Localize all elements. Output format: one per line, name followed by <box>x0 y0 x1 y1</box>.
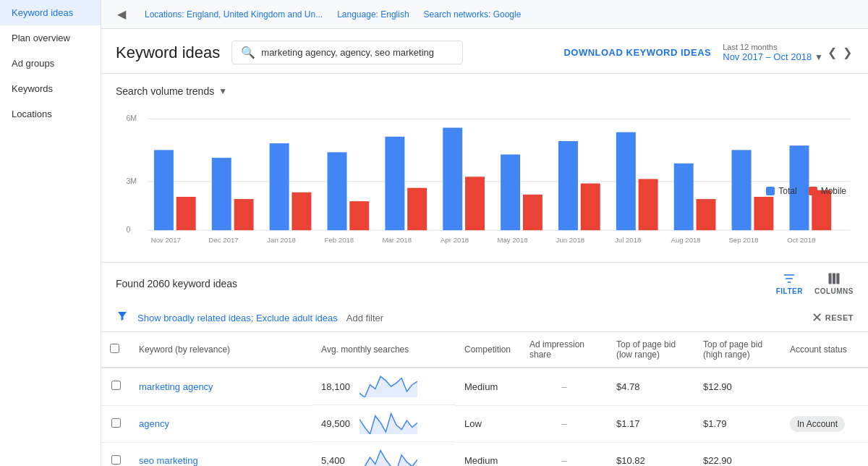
bar-chart: 6M 3M 0 Nov 2017 Dec 2017 <box>116 106 854 250</box>
svg-rect-6 <box>154 150 174 230</box>
bid-high-cell: $22.90 <box>694 442 781 466</box>
competition-cell: Low <box>456 405 521 442</box>
svg-rect-16 <box>349 201 369 230</box>
filter-bar: Show broadly related ideas; Exclude adul… <box>101 304 868 332</box>
select-all-checkbox[interactable] <box>110 344 119 353</box>
svg-text:Jan 2018: Jan 2018 <box>267 236 296 244</box>
main-content: ◀ Locations: England, United Kingdom and… <box>101 0 868 466</box>
status-cell <box>781 442 868 466</box>
ad-impression-cell: – <box>521 405 608 442</box>
sidebar-item-locations[interactable]: Locations <box>0 101 101 127</box>
svg-text:Sep 2018: Sep 2018 <box>728 236 758 244</box>
search-number: 5,400 <box>321 455 354 466</box>
date-range-value: Nov 2017 – Oct 2018 <box>723 51 812 62</box>
content-area: Keyword ideas 🔍 DOWNLOAD KEYWORD IDEAS L… <box>101 29 868 466</box>
status-cell <box>781 368 868 405</box>
bid-low-cell: $1.17 <box>608 405 694 442</box>
filter-icon <box>782 271 796 286</box>
competition-cell: Medium <box>456 442 521 466</box>
locations-info: Locations: England, United Kingdom and U… <box>145 9 323 20</box>
svg-rect-24 <box>501 154 520 230</box>
status-cell: In Account <box>781 405 868 442</box>
date-dropdown-icon[interactable]: ▼ <box>814 52 823 62</box>
bid-low-cell: $4.78 <box>608 368 694 405</box>
columns-icon <box>827 271 841 286</box>
sidebar-item-ad-groups[interactable]: Ad groups <box>0 51 101 76</box>
svg-text:Oct 2018: Oct 2018 <box>787 236 815 244</box>
svg-text:May 2018: May 2018 <box>497 236 527 244</box>
filter-funnel-icon <box>116 310 129 326</box>
bid-high-cell: $12.90 <box>694 368 781 405</box>
filter-text-link[interactable]: Show broadly related ideas; Exclude adul… <box>137 313 338 323</box>
svg-rect-40 <box>812 190 831 230</box>
keyword-cell: agency <box>130 405 312 442</box>
keyword-cell: marketing agency <box>130 368 312 405</box>
legend-total: Total <box>766 186 796 196</box>
found-count-text: Found 2060 keyword ideas <box>116 278 237 289</box>
svg-text:Aug 2018: Aug 2018 <box>671 236 701 244</box>
sidebar-item-keyword-ideas[interactable]: Keyword ideas <box>0 0 101 25</box>
svg-text:Nov 2017: Nov 2017 <box>151 236 181 244</box>
chart-section: Search volume trends ▼ Total Mobile 6M 3… <box>101 74 868 262</box>
svg-text:0: 0 <box>126 225 130 234</box>
table-section: Found 2060 keyword ideas FILTER <box>101 262 868 466</box>
header-ad-impression[interactable]: Ad impression share <box>521 332 608 368</box>
svg-text:Jul 2018: Jul 2018 <box>615 236 641 244</box>
header-monthly-searches[interactable]: Avg. monthly searches <box>312 332 456 368</box>
header-area: Keyword ideas 🔍 DOWNLOAD KEYWORD IDEAS L… <box>101 29 868 74</box>
header-bid-high[interactable]: Top of page bid (high range) <box>694 332 781 368</box>
svg-rect-37 <box>754 197 773 230</box>
chart-title[interactable]: Search volume trends ▼ <box>116 85 854 97</box>
svg-rect-12 <box>270 143 289 230</box>
competition-cell: Medium <box>456 368 521 405</box>
svg-rect-43 <box>833 274 835 284</box>
keyword-table: Keyword (by relevance) Avg. monthly sear… <box>101 332 868 466</box>
table-row: seo marketing5,400Medium–$10.82$22.90 <box>101 442 868 466</box>
add-filter-button[interactable]: Add filter <box>346 313 383 323</box>
svg-text:6M: 6M <box>126 114 137 122</box>
reset-filter-button[interactable]: ✕ RESET <box>812 310 854 326</box>
svg-rect-9 <box>212 158 231 230</box>
header-bid-low[interactable]: Top of page bid (low range) <box>608 332 694 368</box>
download-button[interactable]: DOWNLOAD KEYWORD IDEAS <box>563 47 711 58</box>
sidebar-item-plan-overview[interactable]: Plan overview <box>0 25 101 51</box>
date-prev-button[interactable]: ❮ <box>826 44 838 61</box>
header-competition[interactable]: Competition <box>456 332 521 368</box>
svg-rect-42 <box>828 274 831 284</box>
svg-rect-28 <box>581 184 600 231</box>
bid-high-cell: $1.79 <box>694 405 781 442</box>
sidebar-item-keywords[interactable]: Keywords <box>0 76 101 101</box>
search-number: 18,100 <box>321 381 354 392</box>
svg-text:3M: 3M <box>126 177 137 185</box>
row-checkbox[interactable] <box>111 455 121 465</box>
row-checkbox[interactable] <box>111 381 121 390</box>
keyword-search-input[interactable] <box>261 47 454 58</box>
row-checkbox[interactable] <box>111 418 121 428</box>
legend-mobile-dot <box>809 187 817 195</box>
svg-rect-15 <box>328 152 347 230</box>
table-actions: FILTER COLUMNS <box>776 271 854 295</box>
keyword-search-box[interactable]: 🔍 <box>231 41 463 64</box>
header-status[interactable]: Account status <box>781 332 868 368</box>
date-range-label: Last 12 months <box>723 43 823 51</box>
monthly-searches-cell: 5,400 <box>312 442 456 466</box>
svg-rect-19 <box>407 188 427 231</box>
search-networks-info: Search networks: Google <box>424 9 522 20</box>
header-keyword[interactable]: Keyword (by relevance) <box>130 332 312 368</box>
svg-rect-27 <box>558 141 578 230</box>
date-next-button[interactable]: ❯ <box>841 44 854 61</box>
reset-x-icon: ✕ <box>812 310 822 326</box>
row-checkbox-cell <box>101 368 130 405</box>
columns-button[interactable]: COLUMNS <box>814 271 854 295</box>
svg-rect-33 <box>674 164 694 230</box>
topbar: ◀ Locations: England, United Kingdom and… <box>101 0 868 29</box>
back-button[interactable]: ◀ <box>113 6 130 23</box>
search-icon: 🔍 <box>241 46 255 59</box>
svg-rect-25 <box>523 195 542 230</box>
svg-rect-36 <box>732 150 752 230</box>
svg-text:Feb 2018: Feb 2018 <box>325 236 354 244</box>
search-number: 49,500 <box>321 418 354 429</box>
table-row: marketing agency18,100Medium–$4.78$12.90 <box>101 368 868 405</box>
filter-button[interactable]: FILTER <box>776 271 803 295</box>
date-selector: Last 12 months Nov 2017 – Oct 2018 ▼ ❮ ❯ <box>723 43 854 62</box>
